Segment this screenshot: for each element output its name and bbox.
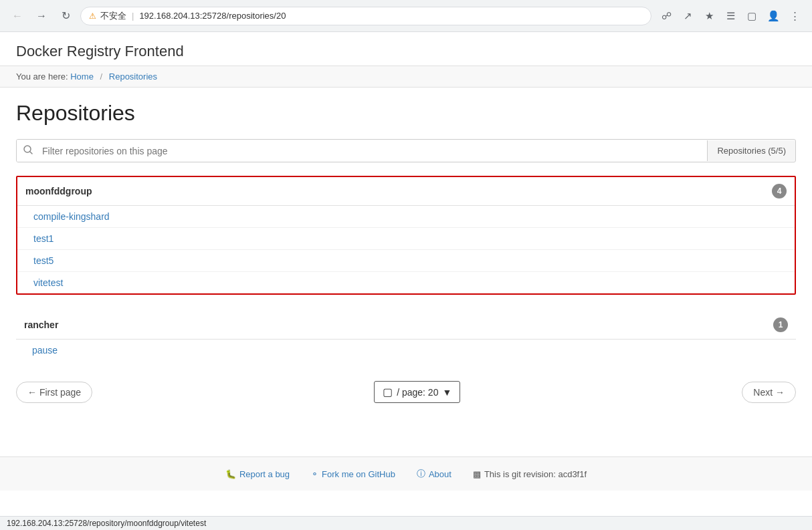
repo-link-vitetest[interactable]: vitetest [33,277,63,288]
page-title: Repositories [16,101,796,126]
revision-info: ▩ This is git revision: acd3f1f [473,469,587,479]
window-button[interactable]: ▢ [742,7,761,25]
list-item: test5 [17,250,795,272]
app-footer: 🐛 Report a bug ⚬ Fork me on GitHub ⓘ Abo… [0,456,812,491]
app-header: Docker Registry Frontend [0,32,812,65]
list-item: vitetest [17,272,795,293]
security-warning-icon: ⚠ [89,11,96,21]
fork-github-link[interactable]: ⚬ Fork me on GitHub [311,469,395,479]
profile-button[interactable]: 👤 [764,7,783,25]
report-bug-label: Report a bug [239,469,290,479]
breadcrumb-separator: / [100,72,103,82]
address-url: 192.168.204.13:25728/repositories/20 [139,11,286,21]
repo-group-count-rancher: 1 [773,317,788,332]
bookmark-button[interactable]: ★ [700,7,718,25]
about-link[interactable]: ⓘ About [417,468,451,480]
next-page-button[interactable]: Next → [742,382,796,403]
security-warning-text: 不安全 [100,10,126,22]
address-separator: | [132,11,134,21]
search-bar: Repositories (5/5) [16,139,796,162]
breadcrumb: You are here: Home / Repositories [0,65,812,88]
breadcrumb-current[interactable]: Repositories [109,72,157,82]
breadcrumb-home[interactable]: Home [70,72,94,82]
repo-link-test5[interactable]: test5 [33,255,54,266]
report-bug-link[interactable]: 🐛 Report a bug [225,469,290,479]
browser-actions: ☍ ↗ ★ ☰ ▢ 👤 ⋮ [657,7,804,25]
repo-group-name-moonfddgroup: moonfddgroup [25,186,92,196]
repo-groups: moonfddgroup 4 compile-kingshard test1 t… [16,176,796,361]
list-item: test1 [17,228,795,250]
page-icon: ▢ [383,386,393,398]
repo-link-compile-kingshard[interactable]: compile-kingshard [33,211,110,222]
repo-group-moonfddgroup: moonfddgroup 4 compile-kingshard test1 t… [16,176,796,295]
page-size-button[interactable]: ▢ / page: 20 ▼ [374,381,460,403]
repo-count-badge: Repositories (5/5) [707,140,795,161]
search-icon [17,140,39,162]
page-size-label: / page: 20 [397,387,438,398]
browser-chrome: ← → ↻ ⚠ 不安全 | 192.168.204.13:25728/repos… [0,0,812,32]
pagination-bar: ← First page ▢ / page: 20 ▼ Next → [16,381,796,403]
info-icon: ⓘ [417,468,425,480]
reload-button[interactable]: ↻ [56,7,75,25]
repo-link-pause[interactable]: pause [32,345,58,356]
fork-label: Fork me on GitHub [322,469,395,479]
translate-button[interactable]: ☍ [657,7,676,25]
bug-icon: 🐛 [225,469,236,479]
first-page-button[interactable]: ← First page [16,382,92,403]
about-label: About [429,469,451,479]
revision-chart-icon: ▩ [473,469,481,479]
back-button[interactable]: ← [8,7,27,25]
forward-button[interactable]: → [32,7,51,25]
repo-group-header-moonfddgroup: moonfddgroup 4 [17,177,795,206]
list-item: compile-kingshard [17,206,795,228]
app-title: Docker Registry Frontend [16,43,184,59]
repo-group-header-rancher: rancher 1 [16,311,796,340]
repo-group-count-moonfddgroup: 4 [772,184,787,198]
revision-label: This is git revision: acd3f1f [484,469,587,479]
repo-group-rancher: rancher 1 pause [16,311,796,361]
menu-button[interactable]: ⋮ [785,7,804,25]
search-input[interactable] [39,140,707,162]
list-item: pause [16,340,796,361]
repo-link-test1[interactable]: test1 [33,233,54,244]
breadcrumb-prefix: You are here: [16,72,68,82]
share-button[interactable]: ↗ [678,7,697,25]
fork-icon: ⚬ [311,469,318,479]
repo-group-name-rancher: rancher [24,319,58,330]
dropdown-chevron-icon: ▼ [442,387,451,398]
address-bar[interactable]: ⚠ 不安全 | 192.168.204.13:25728/repositorie… [80,7,651,25]
pagination-center: ▢ / page: 20 ▼ [374,381,460,403]
app-container: Docker Registry Frontend You are here: H… [0,32,812,491]
svg-line-1 [30,152,32,154]
tab-search-button[interactable]: ☰ [721,7,740,25]
main-content: Repositories Repositories (5/5) moonfddg… [0,88,812,430]
